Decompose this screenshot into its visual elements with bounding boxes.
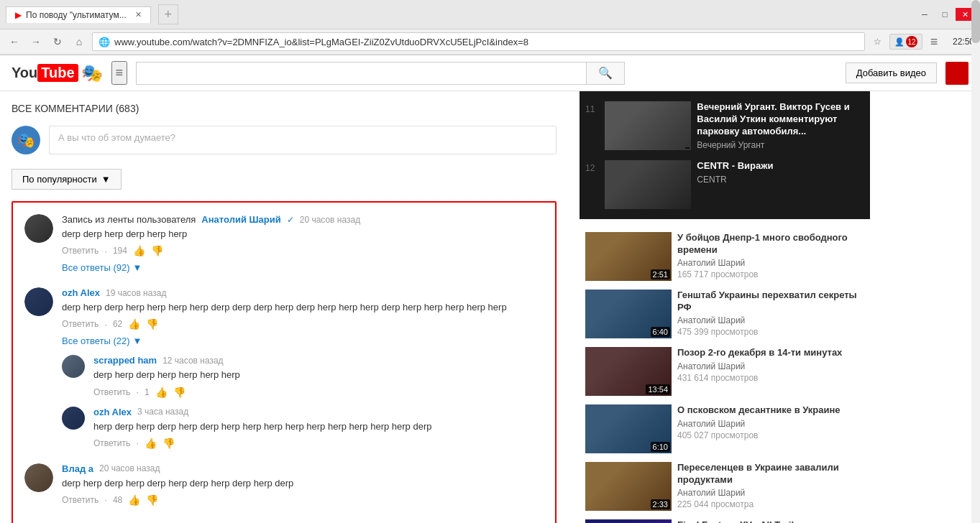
maximize-button[interactable]: □ — [935, 8, 954, 21]
comment-thread: Запись из ленты пользователя Анатолий Ша… — [24, 214, 544, 273]
reply-time: 3 часа назад — [137, 407, 188, 417]
nav-actions: ☆ 👤 12 ≡ — [869, 33, 943, 50]
sidebar-views: 225 044 просмотра — [677, 499, 864, 509]
window-controls: ─ □ ✕ — [915, 8, 974, 21]
comment-main: ozh Alex 19 часов назад derp herp derp h… — [24, 287, 544, 330]
sidebar-item[interactable]: 2:51 У бойцов Днепр-1 много свободного в… — [580, 228, 870, 285]
like-count: 194 — [113, 246, 127, 256]
sidebar-video-title: Переселенцев в Украине завалили продукта… — [677, 462, 864, 486]
reply-button[interactable]: Ответить — [62, 319, 99, 329]
reload-button[interactable]: ↻ — [49, 33, 66, 50]
dislike-button[interactable]: 👎 — [151, 245, 163, 256]
reply-author[interactable]: ozh Alex — [93, 407, 132, 417]
reply-header: ozh Alex 3 часа назад — [93, 407, 544, 417]
sidebar-thumbnail: 13:54 — [585, 347, 672, 396]
sidebar-video-title: У бойцов Днепр-1 много свободного времен… — [677, 232, 864, 256]
back-button[interactable]: ← — [6, 33, 23, 50]
comment-input[interactable]: А вы что об этом думаете? — [49, 126, 557, 154]
comment-input-area: 🎭 А вы что об этом думаете? — [12, 126, 557, 154]
south-park-icon: 🎭 — [17, 131, 35, 149]
browser-tab[interactable]: ▶ По поводу "ультиматум... ✕ — [6, 6, 151, 23]
reply-author[interactable]: scrapped ham — [93, 355, 157, 366]
home-button[interactable]: ⌂ — [70, 33, 88, 50]
reply-button[interactable]: Ответить — [62, 246, 99, 256]
like-button[interactable]: 👍 — [145, 438, 157, 449]
like-button[interactable]: 👍 — [155, 387, 168, 398]
reply-avatar — [62, 355, 85, 378]
sidebar-item[interactable]: 11 Вечерний Ургант. Виктор Гусев и Васил… — [580, 97, 870, 156]
sidebar-item[interactable]: 6:10 О псковском десантнике в Украине Ан… — [580, 400, 870, 458]
minimize-button[interactable]: ─ — [915, 8, 934, 21]
all-replies-toggle[interactable]: Все ответы (22) ▼ — [62, 335, 544, 346]
new-tab-button[interactable]: + — [158, 4, 178, 24]
comment-author[interactable]: Влад а — [62, 463, 93, 474]
search-container: 🔍 — [136, 62, 625, 85]
dislike-button[interactable]: 👎 — [162, 438, 175, 449]
current-user-avatar-img: 🎭 — [12, 126, 40, 154]
comment-actions: Ответить · 62 👍 👎 — [62, 318, 544, 330]
comments-header-text: ВСЕ КОММЕНТАРИИ (683) — [12, 103, 139, 114]
sidebar-video-title: Генштаб Украины перехватил секреты РФ — [677, 290, 864, 314]
scrollbar-track[interactable] — [971, 0, 980, 523]
verified-icon: ✓ — [287, 215, 294, 225]
sidebar-thumbnail — [605, 160, 691, 209]
comment-author[interactable]: ozh Alex — [62, 287, 100, 298]
like-button[interactable]: 👍 — [133, 245, 145, 256]
avatar — [24, 463, 53, 492]
reply-actions: Ответить · 👍 👎 — [93, 438, 544, 449]
dislike-button[interactable]: 👎 — [173, 387, 186, 398]
sidebar-item[interactable]: 26:50 Final Fantasy XV - All Trailers De… — [580, 515, 870, 523]
reply-avatar-img — [62, 407, 85, 430]
dislike-button[interactable]: 👎 — [146, 318, 158, 330]
comment-header: Влад а 20 часов назад — [62, 463, 544, 474]
like-count: 48 — [113, 495, 122, 505]
like-count: 1 — [145, 387, 150, 397]
like-button[interactable]: 👍 — [128, 318, 140, 330]
forward-button[interactable]: → — [27, 33, 45, 50]
reply-actions: Ответить · 1 👍 👎 — [93, 387, 544, 398]
menu-button[interactable]: ≡ — [925, 33, 943, 50]
sidebar-video-title: CENTR - Виражи — [697, 160, 864, 172]
reply-button[interactable]: Ответить — [62, 495, 99, 505]
all-replies-toggle[interactable]: Все ответы (92) ▼ — [62, 262, 544, 273]
sidebar-video-title: Final Fantasy XV - All Trailers — [677, 519, 864, 523]
logo-tube: Tube — [37, 64, 78, 82]
separator: · — [136, 387, 139, 397]
address-bar[interactable]: 🌐 www.youtube.com/watch?v=2DMNFIZA_io&li… — [92, 32, 865, 51]
sidebar-video-info: Генштаб Украины перехватил секреты РФ Ан… — [677, 290, 864, 338]
sidebar-item[interactable]: 12 CENTR - Виражи CENTR — [580, 156, 870, 213]
sort-label: По популярности — [22, 174, 97, 185]
sidebar-item[interactable]: 13:54 Позор 2-го декабря в 14-ти минутах… — [580, 343, 870, 400]
reply-button[interactable]: Ответить — [93, 438, 130, 448]
sidebar-views: 431 614 просмотров — [677, 373, 864, 383]
extensions-button[interactable]: 👤 12 — [889, 34, 922, 50]
sidebar-video-info: У бойцов Днепр-1 много свободного времен… — [677, 232, 864, 281]
youtube-logo[interactable]: You Tube 🎭 — [12, 63, 103, 83]
sidebar-channel: Анатолий Шарий — [677, 361, 864, 371]
scrollbar-thumb[interactable] — [971, 0, 980, 43]
browser-chrome: ▶ По поводу "ультиматум... ✕ + ─ □ ✕ ← →… — [0, 0, 980, 55]
add-video-button[interactable]: Добавить видео — [846, 63, 937, 83]
bookmark-button[interactable]: ☆ — [869, 33, 887, 50]
sidebar-item[interactable]: 6:40 Генштаб Украины перехватил секреты … — [580, 285, 870, 343]
separator: · — [104, 319, 107, 330]
hamburger-menu-button[interactable]: ≡ — [111, 61, 128, 85]
sidebar-thumbnail: 6:10 — [585, 404, 672, 453]
comment-body: Влад а 20 часов назад derp herp derp her… — [62, 463, 544, 506]
sort-button[interactable]: По популярности ▼ — [12, 169, 122, 190]
like-button[interactable]: 👍 — [128, 494, 140, 506]
avatar — [24, 214, 53, 243]
nav-bar: ← → ↻ ⌂ 🌐 www.youtube.com/watch?v=2DMNFI… — [0, 29, 980, 55]
sidebar-channel: CENTR — [697, 175, 864, 185]
search-button[interactable]: 🔍 — [586, 62, 625, 85]
avatar-img — [24, 287, 53, 316]
dislike-button[interactable]: 👎 — [146, 494, 158, 506]
user-avatar[interactable] — [945, 62, 968, 85]
tab-close-button[interactable]: ✕ — [135, 10, 142, 19]
comment-author[interactable]: Анатолий Шарий — [201, 214, 280, 225]
avatar-img — [24, 463, 53, 492]
search-input[interactable] — [136, 62, 586, 85]
sidebar-video-info: Переселенцев в Украине завалили продукта… — [677, 462, 864, 511]
reply-button[interactable]: Ответить — [93, 387, 130, 397]
sidebar-item[interactable]: 2:33 Переселенцев в Украине завалили про… — [580, 458, 870, 515]
